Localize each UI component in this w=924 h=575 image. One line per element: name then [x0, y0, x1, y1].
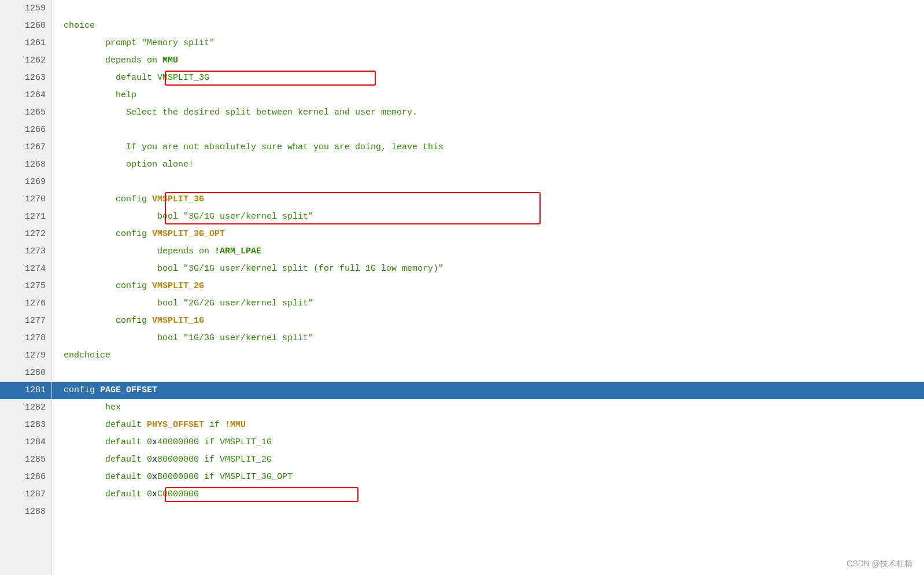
line-number: 1272 [0, 226, 51, 243]
line-number: 1276 [0, 295, 51, 312]
line-number: 1273 [0, 243, 51, 260]
code-line: option alone! [52, 156, 924, 174]
line-number: 1260 [0, 17, 51, 35]
line-number: 1278 [0, 330, 51, 347]
code-line: default PHYS_OFFSET if !MMU [52, 416, 924, 434]
code-line: Select the desired split between kernel … [52, 104, 924, 121]
code-content[interactable]: choice prompt "Memory split" depends on … [52, 0, 924, 575]
code-line: default VMSPLIT_3G [52, 69, 924, 87]
line-number: 1269 [0, 174, 51, 191]
line-number: 1266 [0, 121, 51, 139]
line-number: 1279 [0, 347, 51, 364]
code-container: 1259126012611262126312641265126612671268… [0, 0, 924, 575]
line-number: 1280 [0, 364, 51, 382]
line-number: 1287 [0, 486, 51, 503]
code-line: depends on !ARM_LPAE [52, 243, 924, 260]
code-line [52, 364, 924, 382]
line-number: 1281 [0, 382, 51, 399]
line-number: 1264 [0, 87, 51, 104]
code-line: config VMSPLIT_3G [52, 191, 924, 208]
code-line: bool "1G/3G user/kernel split" [52, 330, 924, 347]
line-number: 1275 [0, 278, 51, 295]
code-line: config VMSPLIT_3G_OPT [52, 226, 924, 243]
code-line [52, 174, 924, 191]
line-number: 1288 [0, 503, 51, 521]
code-line: bool "2G/2G user/kernel split" [52, 295, 924, 312]
code-line: default 0xC0000000 [52, 486, 924, 503]
line-number: 1271 [0, 208, 51, 226]
line-number: 1274 [0, 260, 51, 278]
code-line: prompt "Memory split" [52, 35, 924, 52]
code-line [52, 503, 924, 521]
code-line: hex [52, 399, 924, 416]
line-number: 1267 [0, 139, 51, 156]
code-line: default 0x80000000 if VMSPLIT_2G [52, 451, 924, 469]
line-number: 1277 [0, 312, 51, 330]
line-number: 1286 [0, 469, 51, 486]
line-number: 1283 [0, 416, 51, 434]
line-number: 1268 [0, 156, 51, 174]
line-number: 1285 [0, 451, 51, 469]
line-number: 1270 [0, 191, 51, 208]
line-number: 1261 [0, 35, 51, 52]
code-line: help [52, 87, 924, 104]
code-line: bool "3G/1G user/kernel split" [52, 208, 924, 226]
code-line: config PAGE_OFFSET [52, 382, 924, 399]
code-line: choice [52, 17, 924, 35]
line-number: 1263 [0, 69, 51, 87]
line-numbers: 1259126012611262126312641265126612671268… [0, 0, 52, 575]
code-line [52, 121, 924, 139]
watermark: CSDN @技术杠精 [847, 559, 912, 569]
line-number: 1284 [0, 434, 51, 451]
code-line: config VMSPLIT_1G [52, 312, 924, 330]
code-line: default 0x40000000 if VMSPLIT_1G [52, 434, 924, 451]
code-line: bool "3G/1G user/kernel split (for full … [52, 260, 924, 278]
code-line: If you are not absolutely sure what you … [52, 139, 924, 156]
code-line: depends on MMU [52, 52, 924, 69]
code-line: endchoice [52, 347, 924, 364]
line-number: 1259 [0, 0, 51, 17]
code-line: default 0xB0000000 if VMSPLIT_3G_OPT [52, 469, 924, 486]
line-number: 1262 [0, 52, 51, 69]
code-line: config VMSPLIT_2G [52, 278, 924, 295]
code-line [52, 0, 924, 17]
line-number: 1265 [0, 104, 51, 121]
line-number: 1282 [0, 399, 51, 416]
